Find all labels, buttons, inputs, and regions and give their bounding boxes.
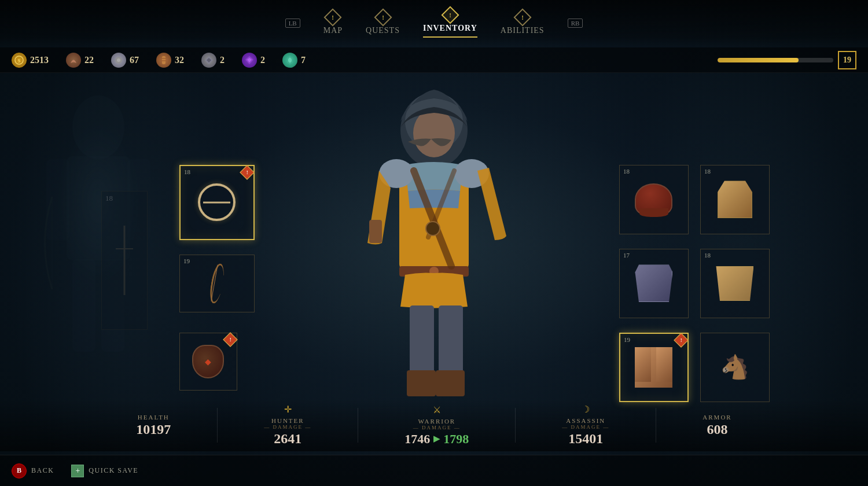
abilities-label: Abilities [501,26,545,35]
resource-gold: $ 2513 [12,53,49,68]
wood-count: 32 [175,55,184,65]
wood-icon [156,53,171,68]
nav-item-quests[interactable]: Quests [366,11,400,35]
svg-point-33 [426,222,440,235]
crystal-icon [282,53,297,68]
svg-rect-12 [161,58,167,59]
slot-consumable[interactable]: ! [179,333,237,391]
assassin-label: Assassin [562,417,609,424]
stat-divider-3 [515,408,516,443]
lb-label: LB [285,19,300,28]
svg-rect-13 [161,60,167,61]
warrior-value-from: 1746 [404,432,430,447]
hide-count: 22 [84,55,94,65]
svg-rect-31 [407,370,436,396]
leather-count: 2 [220,55,225,65]
warrior-arrow: ▶ [433,434,440,444]
weapon-main-visual [188,174,247,232]
nav-rb-button[interactable]: RB [568,19,583,28]
gem-icon [242,53,257,68]
iron-icon [111,53,126,68]
slot-chest-2[interactable]: 18 [700,249,770,318]
abilities-icon-diamond [513,8,531,26]
xp-bar-container: 19 [718,51,856,69]
head2-visual [708,172,762,227]
warrior-sublabel: — Damage — [404,425,469,430]
warrior-label: Warrior [404,418,469,425]
inventory-label: Inventory [423,24,477,33]
stat-divider-1 [217,408,218,443]
slot-weapon-main[interactable]: 18 ! [179,165,255,240]
action-bar: B Back + Quick Save [0,455,868,486]
nav-item-map[interactable]: Map [323,11,343,35]
bow-art [208,263,226,304]
slot-head-2[interactable]: 18 [700,165,770,234]
stat-assassin: Assassin — Damage — 15401 [562,404,609,447]
map-icon-diamond [324,8,342,26]
action-quicksave[interactable]: + Quick Save [71,465,138,477]
slot-ghost-level: 18 [105,194,113,203]
legs2-visual: 🐴 [708,340,762,395]
top-navigation: LB Map Quests Inventory Abilities RB [0,0,868,46]
warrior-value-to: 1798 [443,432,469,447]
boots-art [635,347,672,388]
map-label: Map [323,26,343,35]
gauntlet-art [718,181,752,218]
assassin-sublabel: — Damage — [562,424,609,430]
hunter-value: 2641 [264,431,311,447]
stat-hunter: Hunter — Damage — 2641 [264,404,311,447]
svg-rect-26 [369,220,382,243]
svg-text:$: $ [18,58,21,64]
bag-art [192,345,224,378]
stat-divider-2 [358,408,358,443]
xp-bar-fill [718,58,799,62]
health-label: Health [136,414,171,421]
skirt-art [716,266,753,301]
gem-count: 2 [260,55,265,65]
resources-bar: $ 2513 22 67 32 [0,47,868,73]
bow-visual [187,261,247,306]
quicksave-label: Quick Save [89,466,138,475]
slot-chest-1[interactable]: 17 [619,249,689,318]
head1-visual [627,172,681,227]
leather-icon [201,53,216,68]
inventory-icon-diamond [441,6,459,24]
bracelet-art [198,183,236,221]
slot-legs-2[interactable]: 🐴 [700,333,770,402]
stats-bar: Health 10197 Hunter — Damage — 2641 Warr… [0,399,868,451]
quests-icon-diamond [374,8,392,26]
b-button[interactable]: B [12,463,27,478]
legs1-visual [627,341,681,395]
rb-label: RB [568,19,583,28]
assassin-value: 15401 [562,431,609,447]
nav-lb-button[interactable]: LB [285,19,300,28]
warrior-value: 1746 ▶ 1798 [404,432,469,447]
xp-bar [718,58,833,62]
slot-ghost-weapon[interactable]: 18 [101,191,148,330]
nav-item-abilities[interactable]: Abilities [501,11,545,35]
resource-hide: 22 [66,53,94,68]
character-area: 18 ! 19 ! [0,75,868,411]
level-badge: 19 [838,51,856,69]
svg-point-22 [413,109,455,157]
plus-icon[interactable]: + [71,465,84,477]
hunter-label: Hunter [264,417,311,424]
hunter-icon [284,404,292,415]
iron-count: 67 [130,55,139,65]
warrior-icon [433,404,441,415]
hunter-sublabel: — Damage — [264,424,311,430]
stat-health: Health 10197 [136,414,171,437]
slot-weapon-bow[interactable]: 19 [179,255,255,312]
chest2-visual [708,256,762,311]
armor-label: Armor [703,414,731,421]
horse-art: 🐴 [720,354,749,381]
slot-legs-1[interactable]: 19 ! [619,333,689,402]
assassin-icon [582,404,590,415]
svg-rect-32 [436,370,465,396]
action-back[interactable]: B Back [12,463,54,478]
character-figure [318,75,550,411]
armor-value: 608 [703,422,731,437]
back-label: Back [31,466,54,475]
nav-item-inventory[interactable]: Inventory [423,9,477,38]
slot-head-1[interactable]: 18 [619,165,689,234]
